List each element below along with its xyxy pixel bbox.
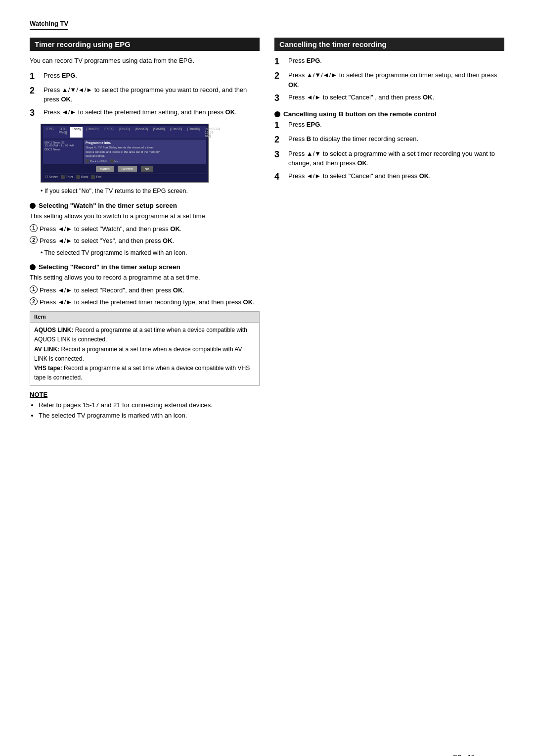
cancel-step-1: 1 Press EPG. [274, 56, 504, 67]
left-column: Timer recording using EPG You can record… [30, 38, 260, 421]
note-item-2: The selected TV programme is marked with… [39, 411, 260, 421]
b-button-subsection: Cancelling using B button on the remote … [274, 110, 504, 183]
right-column: Cancelling the timer recording 1 Press E… [274, 38, 504, 421]
record-step-content-1: Press ◄/► to select "Record", and then p… [40, 285, 184, 295]
epg-bottom-bar: ☐ Select ⬛ Enter ⬛ Back ⬛ Exit [43, 174, 206, 180]
step-number-3: 3 [30, 107, 41, 119]
b-step-content-1: Press EPG. [288, 120, 504, 130]
page-number: GB - 13 [452, 754, 475, 756]
cancel-step-3: 3 Press ◄/► to select "Cancel" , and the… [274, 93, 504, 104]
record-subsection: Selecting "Record" in the timer setup sc… [30, 263, 260, 307]
watch-step-num-1: 1 [30, 224, 38, 232]
cancel-step-content-3: Press ◄/► to select "Cancel" , and then … [288, 93, 504, 102]
watching-tv-label: Watching TV [30, 20, 68, 30]
record-steps: 1 Press ◄/► to select "Record", and then… [30, 285, 260, 307]
epg-record-btn: Record [118, 166, 137, 172]
epg-note: • If you select "No", the TV returns to … [41, 187, 260, 196]
cancel-steps-list: 1 Press EPG. 2 Press ▲/▼/◄/► to select t… [274, 56, 504, 104]
left-intro: You can record TV programmes using data … [30, 56, 260, 66]
record-section-title: Selecting "Record" in the timer setup sc… [39, 263, 180, 271]
left-section-title: Timer recording using EPG [30, 38, 260, 51]
b-step-1: 1 Press EPG. [274, 120, 504, 131]
b-step-4: 4 Press ◄/► to select "Cancel" and then … [274, 171, 504, 183]
b-step-num-4: 4 [274, 171, 285, 183]
record-step-2: 2 Press ◄/► to select the preferred time… [30, 297, 260, 307]
b-step-2: 2 Press B to display the timer recording… [274, 134, 504, 145]
step-content-3: Press ◄/► to select the preferred timer … [44, 107, 260, 117]
cancel-step-num-3: 3 [274, 93, 285, 104]
b-step-content-3: Press ▲/▼ to select a programme with a s… [288, 149, 504, 168]
step-item-3: 3 Press ◄/► to select the preferred time… [30, 107, 260, 119]
b-step-num-1: 1 [274, 120, 285, 131]
note-item-1: Refer to pages 15-17 and 21 for connecti… [39, 400, 260, 411]
watch-intro: This setting allows you to switch to a p… [30, 211, 260, 221]
epg-content-area: BBC1 News 2213: 00/AM - 1 : 30 -AM BBC2 … [43, 140, 206, 164]
epg-screenshot: EPG |DTB PVG| Today |Thu/29| |Fri/30| |F… [41, 124, 209, 183]
right-section-title: Cancelling the timer recording [274, 38, 504, 51]
cancel-step-num-1: 1 [274, 56, 285, 67]
epg-top-bar: EPG |DTB PVG| Today |Thu/29| |Fri/30| |F… [43, 126, 206, 139]
watch-bullet [30, 203, 36, 209]
cancel-step-num-2: 2 [274, 70, 285, 82]
record-intro: This setting allows you to record a prog… [30, 273, 260, 283]
b-button-bullet [274, 111, 280, 117]
record-section-header: Selecting "Record" in the timer setup sc… [30, 263, 260, 271]
watch-step-content-2: Press ◄/► to select "Yes", and then pres… [40, 236, 174, 246]
record-bullet [30, 264, 36, 270]
watch-step-2: 2 Press ◄/► to select "Yes", and then pr… [30, 236, 260, 246]
note-title: NOTE [30, 391, 260, 398]
page-layout: Timer recording using EPG You can record… [30, 38, 504, 421]
cancel-step-content-2: Press ▲/▼/◄/► to select the programme on… [288, 70, 504, 90]
watch-steps: 1 Press ◄/► to select "Watch", and then … [30, 224, 260, 246]
main-steps-list: 1 Press EPG. 2 Press ▲/▼/◄/► to select t… [30, 71, 260, 119]
b-step-content-4: Press ◄/► to select "Cancel" and then pr… [288, 171, 504, 181]
step-content-1: Press EPG. [44, 71, 260, 81]
b-button-header: Cancelling using B button on the remote … [274, 110, 504, 118]
watch-section-title: Selecting "Watch" in the timer setup scr… [39, 202, 177, 209]
record-step-num-2: 2 [30, 297, 38, 305]
b-step-num-2: 2 [274, 134, 285, 145]
step-item-1: 1 Press EPG. [30, 71, 260, 82]
b-button-title: Cancelling using B button on the remote … [283, 110, 437, 118]
record-step-content-2: Press ◄/► to select the preferred timer … [40, 297, 255, 307]
watch-step-num-2: 2 [30, 236, 38, 244]
epg-no-btn: No [141, 166, 153, 172]
step-number-2: 2 [30, 85, 41, 96]
record-step-num-1: 1 [30, 285, 38, 293]
watch-subsection: Selecting "Watch" in the timer setup scr… [30, 202, 260, 257]
watch-step-1: 1 Press ◄/► to select "Watch", and then … [30, 224, 260, 234]
b-step-content-2: Press B to display the timer recording s… [288, 134, 504, 144]
b-steps-list: 1 Press EPG. 2 Press B to display the ti… [274, 120, 504, 183]
note-section: NOTE Refer to pages 15-17 and 21 for con… [30, 391, 260, 421]
b-step-3: 3 Press ▲/▼ to select a programme with a… [274, 149, 504, 168]
step-number-1: 1 [30, 71, 41, 82]
step-item-2: 2 Press ▲/▼/◄/► to select the programme … [30, 85, 260, 104]
epg-left-panel: BBC1 News 2213: 00/AM - 1 : 30 -AM BBC2 … [43, 140, 83, 164]
step-content-2: Press ▲/▼/◄/► to select the programme yo… [44, 85, 260, 104]
epg-buttons-row: Watch Record No [43, 166, 206, 172]
b-step-num-3: 3 [274, 149, 285, 160]
item-box-header: Item [30, 312, 259, 323]
epg-right-panel: Programme Info. Steps 4 : TV Port Dialog… [84, 140, 206, 164]
watch-section-header: Selecting "Watch" in the timer setup scr… [30, 202, 260, 209]
cancel-step-2: 2 Press ▲/▼/◄/► to select the programme … [274, 70, 504, 90]
record-step-1: 1 Press ◄/► to select "Record", and then… [30, 285, 260, 295]
cancel-step-content-1: Press EPG. [288, 56, 504, 66]
watch-note: • The selected TV programme is marked wi… [41, 248, 260, 258]
item-box: Item AQUOS LINK: Record a programme at a… [30, 311, 260, 386]
note-items: Refer to pages 15-17 and 21 for connecti… [30, 400, 260, 421]
epg-watch-btn: Watch [96, 166, 114, 172]
watch-step-content-1: Press ◄/► to select "Watch", and then pr… [40, 224, 181, 234]
item-box-content: AQUOS LINK: Record a programme at a set … [30, 323, 259, 385]
